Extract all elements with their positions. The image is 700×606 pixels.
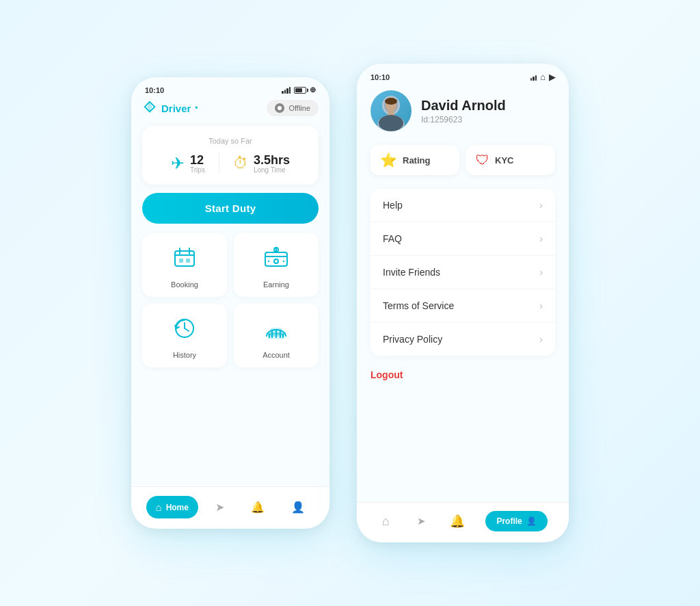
status-icons-left: ⊕ [282,85,316,94]
status-icons-right: ⌂ ▶ [530,72,555,82]
rating-badge[interactable]: ⭐ Rating [371,145,459,175]
menu-item-booking[interactable]: Booking [142,233,227,297]
user-name: David Arnold [421,98,506,114]
badges-row: ⭐ Rating 🛡 KYC [371,145,555,175]
trips-count: 12 [190,154,205,166]
user-avatar [371,90,412,131]
svg-rect-26 [271,328,282,334]
bell-icon: 🔔 [251,501,265,514]
menu-faq[interactable]: FAQ › [371,222,555,256]
invite-label: Invite Friends [383,267,440,278]
menu-tos[interactable]: Terms of Service › [371,289,555,323]
time-right: 10:10 [371,73,390,81]
booking-label: Booking [171,280,198,289]
menu-help[interactable]: Help › [371,189,555,222]
chevron-right-icon-4: › [539,300,543,311]
hours-value: 3.5hrs [254,154,290,166]
home-icon: ⌂ [156,501,162,513]
tos-label: Terms of Service [383,300,454,311]
profile-header: David Arnold Id:1259623 [371,88,555,131]
clock-icon: ⏱ [233,155,248,172]
earning-icon [264,246,288,275]
stats-row: ✈ 12 Trips ⏱ 3.5hrs Long Time [153,153,308,174]
start-duty-button[interactable]: Start Duty [142,193,319,224]
hours-stat: ⏱ 3.5hrs Long Time [233,154,290,174]
svg-line-17 [185,328,189,331]
profile-info: David Arnold Id:1259623 [421,98,506,124]
help-label: Help [383,200,403,211]
star-icon: ⭐ [380,152,397,168]
trips-label: Trips [190,166,205,174]
svg-point-33 [385,98,397,105]
booking-icon [172,246,197,275]
logout-button[interactable]: Logout [371,367,555,383]
history-icon [172,316,197,345]
nav-bell[interactable]: 🔔 [241,495,274,519]
stats-divider [219,153,219,174]
home-status-icon: ⌂ [540,72,546,82]
bottom-nav-right: ⌂ ➤ 🔔 Profile 👤 [357,502,569,542]
home-label: Home [166,503,189,512]
send-icon: ➤ [215,501,224,514]
offline-label: Offline [288,104,310,112]
chevron-right-icon-2: › [539,233,543,244]
menu-invite[interactable]: Invite Friends › [371,256,555,289]
menu-grid: Booking Earning [142,233,319,367]
menu-item-account[interactable]: Account [234,304,319,367]
nav-home[interactable]: ⌂ Home [146,496,198,518]
profile-button[interactable]: Profile 👤 [485,511,547,531]
menu-list: Help › FAQ › Invite Friends › Terms of S… [371,189,555,356]
battery-icon [294,87,306,94]
menu-privacy[interactable]: Privacy Policy › [371,323,555,356]
user-id: Id:1259623 [421,115,506,124]
svg-rect-2 [175,251,194,266]
shield-icon: 🛡 [476,153,489,168]
kyc-badge[interactable]: 🛡 KYC [466,145,555,175]
wifi-icon: ⊕ [310,85,316,94]
driver-header: Driver • Offline [142,100,319,116]
nav-send[interactable]: ➤ [206,495,234,519]
nav-profile[interactable]: 👤 [282,495,314,519]
nav-send-r[interactable]: ➤ [414,514,429,529]
account-label: Account [262,351,290,359]
chevron-right-icon-3: › [539,267,543,278]
trips-stat: ✈ 12 Trips [171,154,205,174]
profile-btn-label: Profile [496,516,522,526]
svg-point-35 [379,115,403,131]
today-label: Today so Far [153,137,308,145]
privacy-label: Privacy Policy [383,334,442,345]
hours-label: Long Time [254,166,290,174]
status-bar-right: 10:10 ⌂ ▶ [357,64,569,88]
menu-item-earning[interactable]: Earning [234,233,319,297]
nav-home-r[interactable]: ⌂ [378,514,393,529]
diamond-icon [142,101,157,116]
driver-label: Driver [161,103,191,114]
trips-icon: ✈ [171,154,185,173]
history-label: History [173,351,196,359]
offline-badge[interactable]: Offline [267,100,319,116]
profile-btn-icon: 👤 [526,516,537,526]
offline-icon [275,103,284,113]
svg-rect-6 [179,259,183,263]
earning-label: Earning [263,280,289,289]
profile-icon: 👤 [291,501,305,514]
faq-label: FAQ [383,233,402,244]
status-bar-left: 10:10 ⊕ [131,77,329,100]
nav-bell-r[interactable]: 🔔 [450,514,465,529]
signal-icon [282,87,291,94]
svg-point-10 [274,259,278,263]
left-phone: 10:10 ⊕ Driver • [131,77,329,529]
driver-dot: • [195,103,198,113]
kyc-label: KYC [495,155,513,166]
video-icon: ▶ [549,73,555,82]
bottom-nav-left: ⌂ Home ➤ 🔔 👤 [131,486,329,529]
time-left: 10:10 [145,86,164,94]
driver-logo: Driver • [142,101,198,116]
right-phone: 10:10 ⌂ ▶ [357,64,569,542]
chevron-right-icon-5: › [539,334,543,345]
signal-icon-r [530,74,537,81]
rating-label: Rating [403,155,430,166]
account-icon [264,316,288,345]
menu-item-history[interactable]: History [142,304,227,367]
svg-rect-7 [186,259,190,263]
